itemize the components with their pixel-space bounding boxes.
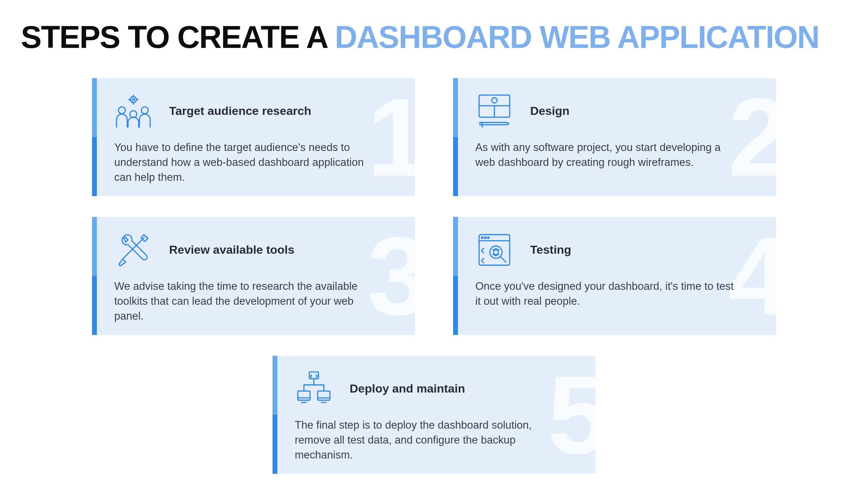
design-icon [475,92,514,130]
step-card-2: 2 Design [453,78,776,196]
step-card-1: 1 Target a [92,78,415,196]
step-title: Review available tools [169,243,294,256]
svg-rect-32 [318,391,330,400]
row-2: 3 Review available tools [92,217,776,335]
svg-line-14 [123,237,144,259]
svg-point-0 [130,96,136,103]
step-title: Target audience research [169,104,311,118]
page-title: STEPS TO CREATE A DASHBOARD WEB APPLICAT… [21,21,847,54]
svg-point-18 [484,237,486,238]
step-body: You have to define the target audience's… [114,140,378,185]
steps-grid: 1 Target a [21,78,847,474]
svg-point-1 [132,98,135,101]
svg-point-8 [130,110,137,117]
svg-point-7 [141,107,148,113]
step-card-5: 5 [273,356,595,474]
tools-icon [114,231,152,269]
step-body: Once you've designed your dashboard, it'… [475,279,739,309]
deploy-icon [295,370,333,408]
step-body: We advise taking the time to research th… [114,279,378,324]
title-accent: DASHBOARD WEB APPLICATION [335,20,819,54]
svg-point-6 [118,107,125,113]
step-card-3: 3 Review available tools [92,217,415,335]
svg-line-21 [501,256,506,262]
svg-point-12 [492,98,497,103]
audience-icon [114,92,152,130]
step-card-4: 4 [453,217,776,335]
svg-rect-30 [298,391,310,400]
svg-point-17 [482,237,483,238]
step-title: Testing [530,243,571,256]
step-body: The final step is to deploy the dashboar… [295,418,559,463]
step-title: Deploy and maintain [350,382,465,395]
step-title: Design [530,104,569,118]
svg-point-19 [487,237,489,238]
row-3: 5 [273,356,595,474]
row-1: 1 Target a [92,78,776,196]
page: STEPS TO CREATE A DASHBOARD WEB APPLICAT… [0,0,868,488]
step-body: As with any software project, you start … [475,140,739,170]
title-prefix: STEPS TO CREATE A [21,20,335,54]
testing-icon [475,231,514,269]
